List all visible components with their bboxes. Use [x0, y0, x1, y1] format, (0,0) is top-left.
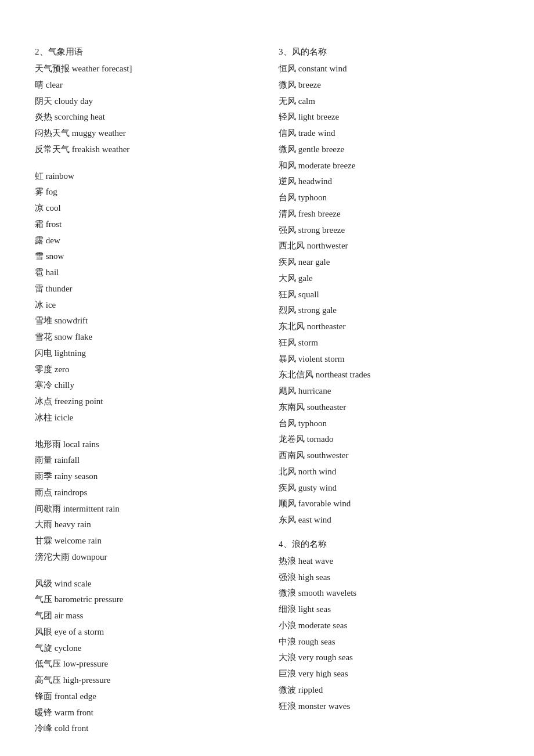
list-item: 闷热天气 muggy weather: [35, 125, 255, 142]
list-item: 炎热 scorching heat: [35, 109, 255, 125]
list-item: 反常天气 freakish weather: [35, 142, 255, 158]
list-item: 东南风 southeaster: [279, 399, 499, 416]
list-item: 零度 zero: [35, 362, 255, 378]
list-item: 雾 fog: [35, 184, 255, 200]
list-item: 暖锋 warm front: [35, 705, 255, 721]
list-item: 气团 air mass: [35, 608, 255, 624]
list-item: 霜 frost: [35, 217, 255, 233]
list-item: 和风 moderate breeze: [279, 158, 499, 174]
list-item: 气旋 cyclone: [35, 640, 255, 657]
list-item: 强风 strong breeze: [279, 222, 499, 239]
list-item: 雨季 rainy season: [35, 469, 255, 485]
list-item: 地形雨 local rains: [35, 437, 255, 453]
list-item: 东北信风 northeast trades: [279, 367, 499, 383]
list-item: 冷峰 cold front: [35, 721, 255, 737]
list-item: 雨点 raindrops: [35, 485, 255, 501]
list-item: 狂风 storm: [279, 335, 499, 351]
list-item: 东北风 northeaster: [279, 319, 499, 335]
list-item: 雹 hail: [35, 265, 255, 281]
list-item: 巨浪 very high seas: [279, 666, 499, 682]
list-item: 疾风 gusty wind: [279, 480, 499, 496]
list-item: 天气预报 weather forecast]: [35, 61, 255, 77]
list-item: 热浪 heat wave: [279, 553, 499, 570]
section4-title: 4、浪的名称: [279, 539, 499, 550]
list-item: 露 dew: [35, 233, 255, 249]
list-item: 台风 typhoon: [279, 190, 499, 206]
list-item: 大风 gale: [279, 271, 499, 287]
list-item: 虹 rainbow: [35, 168, 255, 185]
section2-title: 2、气象用语: [35, 46, 255, 57]
list-item: 甘霖 welcome rain: [35, 533, 255, 549]
list-item: 风眼 eye of a storm: [35, 624, 255, 640]
list-item: 微波 rippled: [279, 682, 499, 699]
list-item: 雪花 snow flake: [35, 329, 255, 345]
list-item: 雪堆 snowdrift: [35, 313, 255, 329]
list-item: 低气压 low-pressure: [35, 656, 255, 672]
list-item: 锋面 frontal edge: [35, 689, 255, 705]
list-item: 高气压 high-pressure: [35, 672, 255, 689]
list-item: 西南风 southwester: [279, 448, 499, 464]
section2-group3: 地形雨 local rains 雨量 rainfall 雨季 rainy sea…: [35, 437, 255, 566]
list-item: 北风 north wind: [279, 464, 499, 480]
list-item: 闪电 lightning: [35, 345, 255, 362]
list-item: 雪 snow: [35, 249, 255, 265]
section4-group1: 热浪 heat wave 强浪 high seas 微浪 smooth wave…: [279, 553, 499, 715]
list-item: 清风 fresh breeze: [279, 206, 499, 222]
list-item: 冰点 freezing point: [35, 394, 255, 410]
list-item: 晴 clear: [35, 77, 255, 93]
list-item: 冰柱 icicle: [35, 410, 255, 426]
list-item: 逆风 headwind: [279, 174, 499, 190]
list-item: 飓风 hurricane: [279, 383, 499, 399]
list-item: 冰 ice: [35, 297, 255, 314]
list-item: 微风 gentle breeze: [279, 142, 499, 158]
section2-group4: 风级 wind scale 气压 barometric pressure 气团 …: [35, 576, 255, 737]
list-item: 东风 east wind: [279, 512, 499, 528]
list-item: 强浪 high seas: [279, 570, 499, 586]
list-item: 大浪 very rough seas: [279, 650, 499, 666]
list-item: 气压 barometric pressure: [35, 592, 255, 608]
list-item: 顺风 favorable wind: [279, 496, 499, 512]
list-item: 间歇雨 intermittent rain: [35, 501, 255, 517]
list-item: 暴风 violent storm: [279, 351, 499, 368]
list-item: 中浪 rough seas: [279, 634, 499, 650]
list-item: 烈风 strong gale: [279, 303, 499, 319]
list-item: 恒风 constant wind: [279, 61, 499, 77]
list-item: 信风 trade wind: [279, 125, 499, 142]
list-item: 微风 breeze: [279, 77, 499, 93]
list-item: 小浪 moderate seas: [279, 618, 499, 634]
section2-group2: 虹 rainbow 雾 fog 凉 cool 霜 frost 露 dew 雪 s…: [35, 168, 255, 426]
left-column: 2、气象用语 天气预报 weather forecast] 晴 clear 阴天…: [35, 46, 255, 747]
list-item: 西北风 northwester: [279, 238, 499, 254]
list-item: 无风 calm: [279, 93, 499, 110]
list-item: 雷 thunder: [35, 281, 255, 297]
list-item: 雨量 rainfall: [35, 452, 255, 469]
section3-group1: 恒风 constant wind 微风 breeze 无风 calm 轻风 li…: [279, 61, 499, 528]
list-item: 凉 cool: [35, 200, 255, 217]
list-item: 风级 wind scale: [35, 576, 255, 592]
list-item: 台风 typhoon: [279, 416, 499, 432]
right-column: 3、风的名称 恒风 constant wind 微风 breeze 无风 cal…: [279, 46, 499, 747]
list-item: 细浪 light seas: [279, 602, 499, 618]
list-item: 狂浪 monster waves: [279, 699, 499, 715]
list-item: 龙卷风 tornado: [279, 431, 499, 448]
list-item: 疾风 near gale: [279, 254, 499, 271]
list-item: 阴天 cloudy day: [35, 93, 255, 110]
list-item: 微浪 smooth wavelets: [279, 585, 499, 602]
list-item: 寒冷 chilly: [35, 377, 255, 394]
list-item: 狂风 squall: [279, 287, 499, 303]
list-item: 轻风 light breeze: [279, 109, 499, 125]
section2-group1: 天气预报 weather forecast] 晴 clear 阴天 cloudy…: [35, 61, 255, 158]
list-item: 滂沱大雨 downpour: [35, 549, 255, 566]
section3-title: 3、风的名称: [279, 46, 499, 57]
list-item: 大雨 heavy rain: [35, 517, 255, 533]
